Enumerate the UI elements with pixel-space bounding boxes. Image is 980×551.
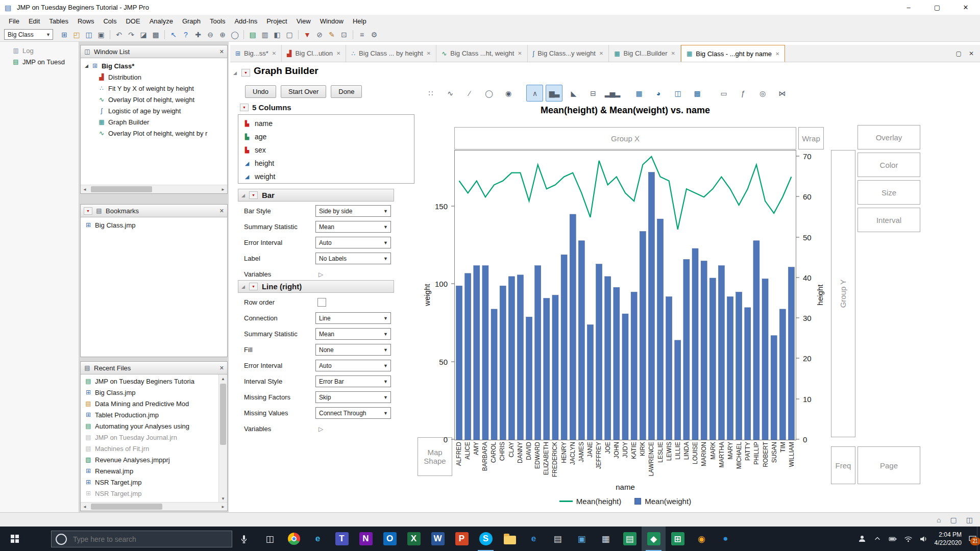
bar-james[interactable] <box>578 241 584 440</box>
bar-joe[interactable] <box>605 277 611 440</box>
line-select-missing-values[interactable]: Connect Through▼ <box>315 407 391 419</box>
annotate-icon[interactable]: ✎ <box>326 29 338 40</box>
page-zone[interactable]: Page <box>857 446 920 484</box>
powerpoint-icon[interactable]: P <box>450 527 474 551</box>
tree-expander-icon[interactable]: ◢ <box>85 63 88 68</box>
recent-files-hscrollbar[interactable]: ◄ ► <box>81 502 227 511</box>
select-tool-icon[interactable]: ↖ <box>167 29 180 40</box>
bar-chris[interactable] <box>500 286 506 440</box>
recent-file-big-class-jmp[interactable]: ⊞Big Class.jmp <box>81 387 219 398</box>
magnifier-icon[interactable]: ◯ <box>229 29 241 40</box>
points-element-icon[interactable]: ∷ <box>422 85 439 102</box>
recent-file-nsr-target-jmp[interactable]: ⊞NSR Target.jmp <box>81 488 219 499</box>
bar-clay[interactable] <box>508 277 514 440</box>
line-element-icon[interactable]: ∧ <box>526 85 543 102</box>
bar-marion[interactable] <box>701 261 707 440</box>
bar-lawrence[interactable] <box>648 172 654 440</box>
menu-project[interactable]: Project <box>262 16 291 27</box>
dock-panel-icon[interactable]: ◫ <box>966 516 973 524</box>
treemap-element-icon[interactable]: ◫ <box>669 85 686 102</box>
graph-builder-red-triangle-icon[interactable]: ▼ <box>241 69 250 77</box>
line-select-missing-factors[interactable]: Skip▼ <box>315 391 391 403</box>
chrome-icon[interactable] <box>282 527 306 551</box>
layout-icon[interactable]: ◧ <box>271 29 283 40</box>
bar-jaclyn[interactable] <box>570 214 576 440</box>
bar-select-error-interval[interactable]: Auto▼ <box>315 237 391 248</box>
bookmark-item-big-class-jmp[interactable]: ⊞Big Class.jmp <box>81 219 227 231</box>
plot-area[interactable] <box>454 150 796 440</box>
action-center-icon[interactable]: 21 <box>968 535 977 543</box>
tab-close-icon[interactable]: ✕ <box>518 51 522 56</box>
line-select-summary-statistic[interactable]: Mean▼ <box>315 328 391 340</box>
recent-file-automating-your-analyses-using[interactable]: ▤Automating your Analyses using <box>81 420 219 432</box>
tab-big-class-y-weight[interactable]: ʃBig Class...y weight✕ <box>528 45 609 62</box>
tab-close-icon[interactable]: ✕ <box>272 51 276 56</box>
bar-select-summary-statistic[interactable]: Mean▼ <box>315 221 391 233</box>
recent-file-jmp-on-tuesday-beginers-tutoria[interactable]: ▤JMP on Tuesday Beginers Tutoria <box>81 375 219 387</box>
legend-mean-weight[interactable]: Mean(weight) <box>634 497 691 506</box>
new-script-icon[interactable]: ▥ <box>259 29 271 40</box>
wrap-zone[interactable]: Wrap <box>798 127 824 149</box>
window-list-item-overlay-plot-of-height-weight-by-r[interactable]: ∿Overlay Plot of height, weight by r <box>81 128 227 139</box>
minimize-button[interactable]: – <box>894 0 923 15</box>
close-button[interactable]: ✕ <box>951 0 980 15</box>
taskbar-search[interactable] <box>51 531 232 547</box>
bar-michael[interactable] <box>736 292 742 440</box>
excel-icon[interactable]: X <box>402 527 426 551</box>
menu-edit[interactable]: Edit <box>24 16 44 27</box>
bar-element-icon[interactable]: ▆▃ <box>546 85 562 102</box>
zoom-out-icon[interactable]: ⊖ <box>204 29 216 40</box>
red-triangle-icon[interactable]: ▼ <box>84 207 92 215</box>
bar-lewis[interactable] <box>666 297 672 440</box>
tab-big-cl-builder[interactable]: ▦Big Cl...Builder✕ <box>609 45 681 62</box>
column-height[interactable]: ◢height <box>238 157 414 170</box>
task-view-icon[interactable]: ◫ <box>258 527 282 551</box>
window-list-item-graph-builder[interactable]: ▦Graph Builder <box>81 116 227 128</box>
legend-mean-height[interactable]: Mean(height) <box>559 497 621 506</box>
sticky-notes-icon[interactable]: ▤ <box>546 527 570 551</box>
recent-file-jmp-on-tuesday-journal-jrn[interactable]: ▤JMP on Tuesday Journal.jrn <box>81 432 219 443</box>
smoother-element-icon[interactable]: ∿ <box>442 85 458 102</box>
recent-files-vscrollbar[interactable]: ▲ ▼ <box>218 374 227 503</box>
bar-louise[interactable] <box>692 248 698 440</box>
bar-phillip[interactable] <box>753 241 760 440</box>
scroll-down-icon[interactable]: ▼ <box>219 494 227 503</box>
parallel-element-icon[interactable]: ⋈ <box>773 85 790 102</box>
file-explorer-icon[interactable] <box>498 527 522 551</box>
close-panel-icon[interactable]: ✕ <box>219 365 224 371</box>
save-icon[interactable]: ◫ <box>83 29 95 40</box>
bar-robert[interactable] <box>762 279 768 440</box>
section-collapse-icon[interactable]: ◢ <box>241 193 245 198</box>
print-icon[interactable]: ▣ <box>95 29 107 40</box>
battery-icon[interactable] <box>889 535 897 543</box>
bar-linda[interactable] <box>683 259 690 440</box>
menu-cols[interactable]: Cols <box>99 16 121 27</box>
bar-select-bar-style[interactable]: Side by side▼ <box>315 205 391 217</box>
bar-edward[interactable] <box>535 266 541 440</box>
bar-kirk[interactable] <box>640 232 646 440</box>
bar-red-triangle-icon[interactable]: ▼ <box>249 191 258 199</box>
tab-big-ss[interactable]: ⊞Big...ss*✕ <box>230 45 282 62</box>
group-x-zone[interactable]: Group X <box>454 127 796 149</box>
window-list-hscrollbar[interactable]: ◄ ► <box>81 185 227 193</box>
bar-jeffrey[interactable] <box>596 264 602 440</box>
document-close-icon[interactable]: ✕ <box>969 50 974 57</box>
line-of-fit-element-icon[interactable]: ∕ <box>461 85 478 102</box>
jmp-data-icon[interactable]: ⊞ <box>666 527 690 551</box>
scrollbar-thumb[interactable] <box>220 384 226 445</box>
tab-big-class-by-height[interactable]: ∴Big Class ... by height✕ <box>346 45 436 62</box>
recent-file-machines-of-fit-jrn[interactable]: ▤Machines of Fit.jrn <box>81 443 219 454</box>
bar-mark[interactable] <box>709 278 716 440</box>
tab-big-class-ht-weight[interactable]: ∿Big Class ...ht, weight✕ <box>436 45 527 62</box>
screenshot-icon[interactable]: ⊡ <box>338 29 350 40</box>
line-select-interval-style[interactable]: Error Bar▼ <box>315 375 391 387</box>
scroll-right-icon[interactable]: ► <box>219 503 227 511</box>
menu-analyze[interactable]: Analyze <box>145 16 178 27</box>
volume-icon[interactable] <box>919 535 928 543</box>
bar-barbara[interactable] <box>482 266 488 440</box>
ellipse-element-icon[interactable]: ◯ <box>480 85 497 102</box>
line-select-connection[interactable]: Line▼ <box>315 312 391 324</box>
recent-file-data-mining-and-predictive-mod[interactable]: ▤Data Mining and Predictive Mod <box>81 398 219 409</box>
menu-help[interactable]: Help <box>348 16 371 27</box>
scroll-up-icon[interactable]: ▲ <box>219 374 227 383</box>
